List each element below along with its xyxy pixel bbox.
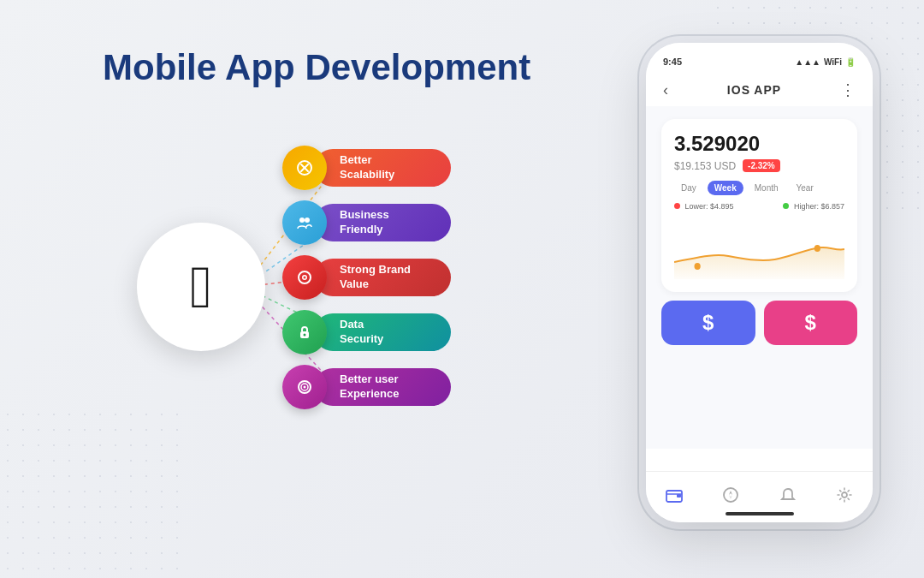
apple-icon:  [190,257,212,317]
home-indicator [726,512,794,515]
svg-point-15 [305,217,310,223]
business-label: Business Friendly [314,204,451,241]
sell-button[interactable]: $ [764,301,858,345]
chart-area [674,215,844,279]
brand-icon [282,255,327,300]
security-icon [282,310,327,355]
phone-frame: 9:45 ▲▲▲ WiFi 🔋 ‹ IOS APP ⋮ 3.529020 $19… [646,43,873,522]
svg-point-23 [304,386,306,389]
crypto-value: 3.529020 [674,132,844,156]
scalability-icon [282,146,327,190]
crypto-card: 3.529020 $19.153 USD -2.32% Day Week Mon… [661,119,857,292]
nav-wallet-icon[interactable] [665,486,684,509]
experience-label: Better user Experience [314,368,451,406]
chart-fill [674,247,844,279]
status-icons: ▲▲▲ WiFi 🔋 [795,57,856,67]
app-title: IOS APP [727,83,781,97]
phone-content: 3.529020 $19.153 USD -2.32% Day Week Mon… [646,106,873,449]
svg-point-31 [842,492,847,498]
dollar-icon-blue: $ [702,311,714,335]
action-buttons: $ $ [661,301,857,345]
svg-point-18 [304,277,306,279]
svg-point-27 [724,488,737,502]
brand-label: Strong Brand Value [314,259,451,296]
higher-value: Higher: $6.857 [783,202,844,211]
higher-dot [783,203,789,209]
scalability-label: Better Scalability [314,149,451,187]
menu-button[interactable]: ⋮ [840,80,856,99]
crypto-usd: $19.153 USD -2.32% [674,159,844,172]
nav-compass-icon[interactable] [721,486,740,509]
battery-icon: 🔋 [845,57,856,67]
status-time: 9:45 [663,57,682,67]
feature-item-brand: Strong Brand Value [282,255,451,300]
tab-month[interactable]: Month [748,181,785,195]
chart-dot2 [695,263,701,270]
chart-svg [674,215,844,279]
phone-header: ‹ IOS APP ⋮ [646,74,873,106]
features-list: Better Scalability Business Friendly [282,146,451,409]
security-label: Data Security [314,313,451,351]
business-icon [282,200,327,245]
change-badge: -2.32% [743,159,780,172]
wifi-icon: WiFi [824,57,842,67]
apple-logo-circle:  [137,223,265,351]
tab-day[interactable]: Day [674,181,703,195]
phone-status-bar: 9:45 ▲▲▲ WiFi 🔋 [646,43,873,74]
chart-legend: Lower: $4.895 Higher: $6.857 [674,202,844,211]
svg-point-14 [299,217,305,223]
feature-item-business: Business Friendly [282,200,451,245]
feature-item-security: Data Security [282,310,451,355]
chart-tabs[interactable]: Day Week Month Year [674,181,844,195]
svg-marker-29 [729,495,732,499]
chart-dot [814,245,820,252]
experience-icon [282,365,327,409]
feature-item-scalability: Better Scalability [282,146,451,190]
svg-point-20 [304,334,306,337]
signal-icon: ▲▲▲ [795,57,820,67]
phone-mockup: 9:45 ▲▲▲ WiFi 🔋 ‹ IOS APP ⋮ 3.529020 $19… [646,43,873,522]
dollar-icon-pink: $ [805,311,816,335]
tab-week[interactable]: Week [708,181,743,195]
nav-bell-icon[interactable] [779,486,797,509]
svg-marker-28 [729,491,732,495]
lower-value: Lower: $4.895 [674,202,734,211]
page-title: Mobile App Development [103,47,530,88]
left-section:  Better Scalability [68,120,565,531]
buy-button[interactable]: $ [661,301,755,345]
back-button[interactable]: ‹ [663,81,668,99]
nav-settings-icon[interactable] [835,486,854,509]
tab-year[interactable]: Year [790,181,820,195]
feature-item-experience: Better user Experience [282,365,451,409]
lower-dot [674,203,680,209]
